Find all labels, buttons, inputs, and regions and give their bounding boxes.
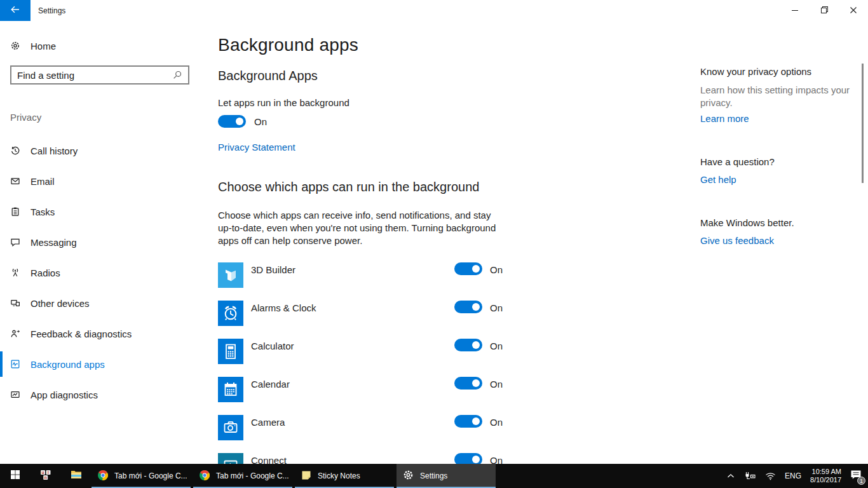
sidebar-item-label: App diagnostics — [31, 390, 98, 400]
get-help-link[interactable]: Get help — [700, 174, 736, 185]
app-diagnostics-icon — [10, 390, 20, 400]
sidebar-home-label: Home — [31, 41, 56, 51]
settings-gear-icon — [403, 470, 414, 482]
privacy-statement-link[interactable]: Privacy Statement — [218, 142, 295, 152]
tasks-icon — [10, 207, 20, 217]
sidebar-item-call-history[interactable]: Call history — [0, 138, 218, 163]
alarms-clock-toggle[interactable] — [454, 301, 482, 313]
taskbar-button-chrome-1[interactable]: Tab mới - Google C... — [92, 464, 191, 488]
messaging-icon — [10, 237, 20, 247]
calendar-app-icon — [218, 377, 243, 402]
sidebar-item-background-apps[interactable]: Background apps — [0, 351, 218, 377]
sidebar-item-app-diagnostics[interactable]: App diagnostics — [0, 382, 218, 407]
main-content: Background apps Background Apps Let apps… — [218, 21, 701, 464]
app-toggle-state: On — [490, 379, 503, 390]
taskbar-button-settings[interactable]: Settings — [397, 464, 496, 488]
svg-text:u: u — [42, 470, 44, 475]
restore-button[interactable] — [810, 0, 839, 21]
minimize-button[interactable] — [780, 0, 810, 21]
email-icon — [10, 176, 20, 186]
file-explorer-icon — [71, 470, 82, 482]
language-indicator[interactable]: ENG — [785, 471, 801, 480]
unikey-keyboard-icon: uin — [40, 470, 51, 483]
toggle-knob — [472, 265, 480, 273]
camera-toggle[interactable] — [454, 415, 482, 428]
svg-text:i: i — [48, 470, 49, 475]
calculator-toggle[interactable] — [454, 339, 482, 351]
app-toggle-state: On — [490, 302, 503, 313]
unikey-button[interactable]: uin — [31, 464, 61, 488]
search-icon[interactable] — [172, 70, 182, 80]
wifi-icon[interactable] — [765, 472, 776, 480]
titlebar: Settings — [0, 0, 868, 21]
sidebar-item-label: Email — [31, 176, 55, 187]
sidebar-item-tasks[interactable]: Tasks — [0, 199, 218, 224]
learn-more-link[interactable]: Learn more — [700, 113, 749, 124]
chrome-icon — [98, 470, 108, 482]
action-center-button[interactable]: 1 — [850, 470, 862, 482]
windows-start-icon — [10, 470, 20, 482]
taskbar-button-sticky-notes[interactable]: Sticky Notes — [295, 464, 394, 488]
taskbar-button-chrome-2[interactable]: Tab mới - Google C... — [193, 464, 292, 488]
3d-builder-toggle[interactable] — [454, 262, 482, 275]
have-question-title: Have a question? — [700, 156, 775, 167]
call-history-icon — [10, 146, 20, 156]
taskbar-button-label: Sticky Notes — [318, 471, 360, 480]
sidebar-item-home[interactable]: Home — [0, 33, 218, 58]
alarms-clock-app-icon — [218, 301, 243, 326]
close-button[interactable] — [839, 0, 868, 21]
toggle-knob — [236, 118, 243, 125]
vertical-scrollbar[interactable] — [862, 64, 864, 183]
sidebar-item-other-devices[interactable]: Other devices — [0, 290, 218, 316]
toggle-knob — [472, 417, 480, 425]
choose-apps-heading: Choose which apps can run in the backgro… — [218, 180, 479, 194]
app-name: 3D Builder — [251, 264, 295, 275]
file-explorer-button[interactable] — [61, 464, 92, 488]
background-apps-icon — [10, 359, 20, 369]
sidebar-item-label: Messaging — [31, 237, 77, 248]
clock[interactable]: 10:59 AM 8/10/2017 — [810, 468, 841, 484]
sidebar-item-feedback-diagnostics[interactable]: Feedback & diagnostics — [0, 321, 218, 346]
toggle-knob — [472, 341, 480, 349]
tray-chevron-up-icon[interactable] — [727, 473, 735, 478]
sidebar-item-radios[interactable]: Radios — [0, 260, 218, 285]
back-arrow-icon — [10, 4, 20, 17]
background-apps-toggle[interactable] — [218, 115, 246, 128]
app-name: Calculator — [251, 341, 294, 351]
calendar-toggle[interactable] — [454, 377, 482, 390]
search-input[interactable] — [11, 70, 172, 81]
restore-icon — [820, 5, 829, 17]
gear-icon — [10, 41, 20, 51]
app-row-calendar: Calendar On — [218, 377, 701, 402]
sidebar-item-email[interactable]: Email — [0, 168, 218, 194]
taskbar-button-label: Tab mới - Google C... — [114, 471, 187, 480]
app-row-camera: Camera On — [218, 415, 701, 440]
privacy-options-title: Know your privacy options — [700, 66, 811, 77]
power-plug-icon[interactable] — [743, 471, 756, 480]
minimize-icon — [791, 5, 799, 17]
feedback-icon — [10, 329, 20, 339]
taskbar: uin Tab mới - Google C... Tab mới - Goog… — [0, 464, 868, 488]
make-windows-better-title: Make Windows better. — [700, 217, 794, 228]
taskbar-button-label: Settings — [420, 471, 447, 480]
radios-icon — [10, 268, 20, 278]
sticky-notes-icon — [301, 470, 311, 482]
start-button[interactable] — [0, 464, 31, 488]
sidebar-item-label: Background apps — [31, 359, 105, 370]
tray-time: 10:59 AM — [810, 468, 841, 476]
toggle-knob — [472, 456, 480, 463]
close-icon — [850, 5, 857, 17]
sidebar-item-label: Call history — [31, 146, 78, 156]
sidebar-item-messaging[interactable]: Messaging — [0, 229, 218, 255]
app-row-alarms-clock: Alarms & Clock On — [218, 301, 701, 326]
selected-indicator-bar — [0, 351, 3, 377]
window-title: Settings — [38, 0, 65, 21]
app-toggle-state: On — [490, 264, 503, 275]
tray-date: 8/10/2017 — [810, 476, 841, 484]
give-feedback-link[interactable]: Give us feedback — [700, 235, 774, 246]
sidebar-item-label: Other devices — [31, 298, 90, 309]
background-apps-heading: Background Apps — [218, 69, 318, 83]
back-button[interactable] — [0, 0, 31, 21]
app-name: Calendar — [251, 379, 290, 390]
toggle-state-label: On — [254, 116, 267, 127]
